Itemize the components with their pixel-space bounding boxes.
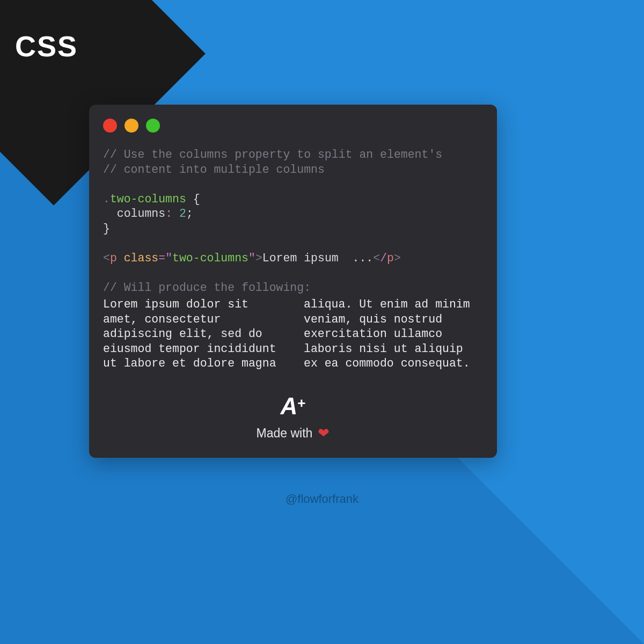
html-attr: class <box>124 252 159 265</box>
heart-icon: ❤ <box>318 425 330 442</box>
html-attr-value: two-columns <box>172 252 248 265</box>
logo-plus-icon: + <box>297 395 305 412</box>
maximize-icon[interactable] <box>146 119 160 133</box>
css-selector: two-columns <box>110 193 186 206</box>
made-with-text: Made with <box>257 426 313 441</box>
made-with-label: Made with ❤ <box>257 425 330 442</box>
logo-a-icon: A <box>281 393 297 420</box>
author-handle: @flowforfrank <box>286 492 358 506</box>
columns-demo-text: Lorem ipsum dolor sit amet, consectetur … <box>103 297 483 371</box>
code-comment: // content into multiple columns <box>103 163 325 176</box>
html-inner-text: Lorem ipsum ... <box>262 252 373 265</box>
close-icon[interactable] <box>103 119 117 133</box>
editor-window: // Use the columns property to split an … <box>89 105 497 458</box>
window-controls <box>103 119 483 133</box>
css-badge-label: CSS <box>15 30 78 63</box>
css-property: columns <box>117 207 165 220</box>
logo: A + <box>281 393 306 420</box>
code-comment: // Use the columns property to split an … <box>103 148 442 161</box>
code-block: // Use the columns property to split an … <box>103 148 483 295</box>
css-value: 2 <box>179 207 186 220</box>
html-tag: p <box>110 252 117 265</box>
footer: A + Made with ❤ <box>103 393 483 442</box>
code-comment: // Will produce the following: <box>103 281 311 294</box>
minimize-icon[interactable] <box>125 119 138 133</box>
